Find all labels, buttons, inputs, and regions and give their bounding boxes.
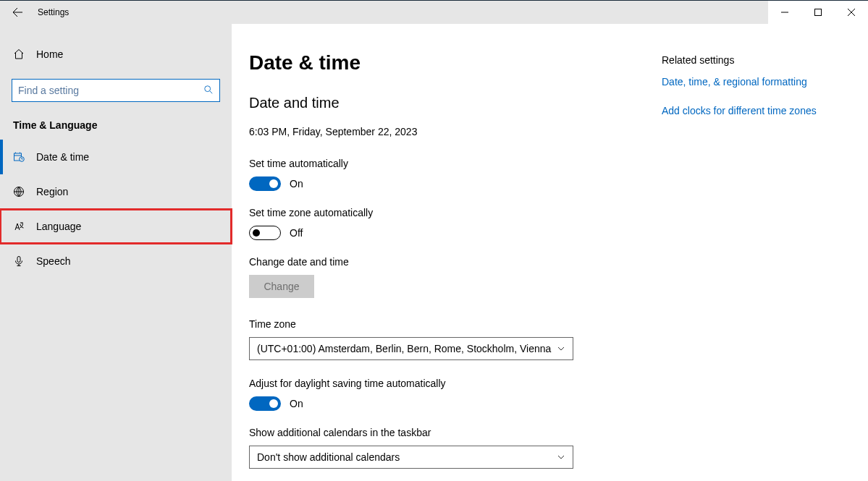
main-left: Date & time Date and time 6:03 PM, Frida… <box>249 51 662 481</box>
close-button[interactable] <box>835 1 868 24</box>
current-time: 6:03 PM, Friday, September 22, 2023 <box>249 126 662 137</box>
add-cal-value: Don't show additional calendars <box>257 451 400 463</box>
set-time-auto-row: On <box>249 176 662 191</box>
sidebar-section-header: Time & Language <box>0 102 232 140</box>
date-time-icon <box>13 151 25 163</box>
minimize-button[interactable] <box>768 1 801 24</box>
mic-icon <box>13 255 25 267</box>
change-dt-label: Change date and time <box>249 256 662 268</box>
titlebar-title: Settings <box>35 7 69 17</box>
timezone-select[interactable]: (UTC+01:00) Amsterdam, Berlin, Bern, Rom… <box>249 337 573 360</box>
related-link-add-clocks[interactable]: Add clocks for different time zones <box>662 105 817 116</box>
search-box[interactable] <box>12 79 220 102</box>
set-tz-auto-label: Set time zone automatically <box>249 207 662 218</box>
main-panel: Date & time Date and time 6:03 PM, Frida… <box>232 24 868 481</box>
sidebar: Home Time & Language Date & time Reg <box>0 24 232 481</box>
sidebar-item-region[interactable]: Region <box>0 174 232 209</box>
titlebar-left: Settings <box>0 1 232 24</box>
set-tz-auto-row: Off <box>249 226 662 240</box>
sidebar-item-label: Language <box>36 221 81 232</box>
window-controls <box>768 1 868 24</box>
home-icon <box>13 48 25 60</box>
settings-window: Settings Home <box>0 0 868 481</box>
timezone-value: (UTC+01:00) Amsterdam, Berlin, Bern, Rom… <box>257 343 551 354</box>
subheading: Date and time <box>249 95 662 111</box>
set-tz-auto-state: Off <box>290 227 303 239</box>
svg-point-1 <box>205 85 211 91</box>
set-tz-auto-toggle[interactable] <box>249 226 281 240</box>
related-settings: Related settings Date, time, & regional … <box>662 51 817 481</box>
set-time-auto-label: Set time automatically <box>249 158 662 169</box>
chevron-down-icon <box>557 453 565 461</box>
minimize-icon <box>781 9 788 16</box>
globe-icon <box>13 186 25 197</box>
change-button[interactable]: Change <box>249 275 314 298</box>
sidebar-item-label: Speech <box>36 255 70 267</box>
timezone-label: Time zone <box>249 318 662 330</box>
set-time-auto-state: On <box>290 178 303 190</box>
add-cal-select[interactable]: Don't show additional calendars <box>249 446 573 469</box>
close-icon <box>848 9 855 16</box>
svg-rect-0 <box>815 9 822 16</box>
page-title: Date & time <box>249 51 662 75</box>
back-button[interactable] <box>0 1 35 24</box>
sidebar-item-speech[interactable]: Speech <box>0 244 232 278</box>
arrow-left-icon <box>12 7 23 18</box>
sidebar-home-label: Home <box>36 48 63 60</box>
maximize-button[interactable] <box>801 1 835 24</box>
dst-toggle[interactable] <box>249 396 281 411</box>
sidebar-item-label: Region <box>36 186 68 197</box>
sidebar-home[interactable]: Home <box>0 40 232 69</box>
dst-state: On <box>290 398 303 409</box>
related-link-formatting[interactable]: Date, time, & regional formatting <box>662 76 817 88</box>
sidebar-item-date-time[interactable]: Date & time <box>0 140 232 174</box>
language-icon <box>13 221 25 232</box>
related-heading: Related settings <box>662 54 817 66</box>
search-input[interactable] <box>18 85 203 96</box>
sidebar-item-label: Date & time <box>36 151 89 163</box>
titlebar: Settings <box>0 1 868 24</box>
sidebar-item-language[interactable]: Language <box>0 209 232 244</box>
svg-rect-5 <box>17 257 20 263</box>
chevron-down-icon <box>557 344 565 353</box>
dst-row: On <box>249 396 662 411</box>
set-time-auto-toggle[interactable] <box>249 176 281 191</box>
maximize-icon <box>814 9 822 16</box>
dst-label: Adjust for daylight saving time automati… <box>249 378 662 389</box>
add-cal-label: Show additional calendars in the taskbar <box>249 427 662 438</box>
content-row: Home Time & Language Date & time Reg <box>0 24 868 481</box>
search-icon <box>203 85 214 97</box>
